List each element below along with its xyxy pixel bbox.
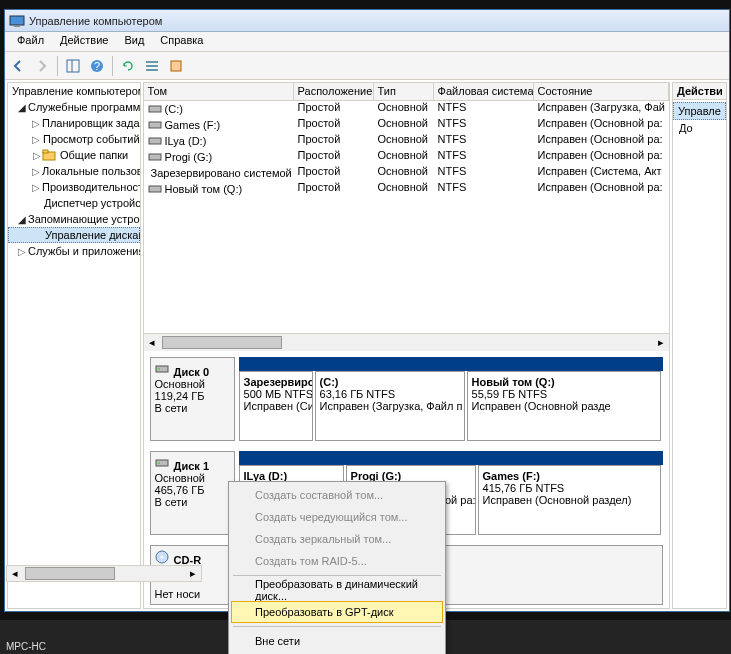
volume-row[interactable]: ILya (D:)ПростойОсновнойNTFSИсправен (Ос… xyxy=(144,133,669,149)
separator xyxy=(233,626,441,627)
taskbar-app[interactable]: MPC-HC xyxy=(0,639,52,654)
partition[interactable]: Games (F:)415,76 ГБ NTFSИсправен (Основн… xyxy=(478,465,661,535)
volume-list-headers: Том Расположение Тип Файловая система Со… xyxy=(144,83,669,101)
expand-icon[interactable]: ▷ xyxy=(32,182,40,193)
svg-rect-8 xyxy=(146,69,158,71)
cm-convert-dynamic[interactable]: Преобразовать в динамический диск... xyxy=(231,579,443,601)
tree-device-manager[interactable]: Диспетчер устройств xyxy=(8,195,140,211)
col-filesystem[interactable]: Файловая система xyxy=(434,83,534,100)
shared-folders-icon xyxy=(42,148,58,162)
svg-point-39 xyxy=(158,462,160,464)
expand-icon[interactable]: ▷ xyxy=(32,150,42,161)
svg-rect-9 xyxy=(171,61,181,71)
collapse-icon[interactable]: ◢ xyxy=(18,102,26,113)
volume-row[interactable]: Games (F:)ПростойОсновнойNTFSИсправен (О… xyxy=(144,117,669,133)
svg-rect-32 xyxy=(149,138,161,144)
svg-rect-2 xyxy=(67,60,79,72)
titlebar: Управление компьютером xyxy=(5,10,729,32)
cm-offline[interactable]: Вне сети xyxy=(231,630,443,652)
actions-more[interactable]: До xyxy=(673,120,726,136)
separator xyxy=(112,56,113,76)
svg-rect-1 xyxy=(14,25,20,27)
expand-icon[interactable]: ▷ xyxy=(18,246,26,257)
menu-action[interactable]: Действие xyxy=(52,32,116,51)
disk-icon xyxy=(155,362,171,376)
tree-disk-management[interactable]: Управление дисками xyxy=(8,227,140,243)
disk-header[interactable]: Диск 1 Основной 465,76 ГБ В сети xyxy=(150,451,235,535)
tree-system-tools[interactable]: ◢ Служебные программы xyxy=(8,99,140,115)
disk-bar xyxy=(239,451,663,465)
svg-rect-38 xyxy=(156,460,168,466)
svg-rect-6 xyxy=(146,61,158,63)
menu-file[interactable]: Файл xyxy=(9,32,52,51)
actions-panel: Действи Управле До xyxy=(672,82,727,609)
volume-row[interactable]: Новый том (Q:)ПростойОсновнойNTFSИсправе… xyxy=(144,181,669,197)
menu-help[interactable]: Справка xyxy=(152,32,211,51)
tree-performance[interactable]: ▷ Производительность xyxy=(8,179,140,195)
disk-icon xyxy=(155,456,171,470)
disk-body: Зарезервиро500 МБ NTFSИсправен (Си (C:)6… xyxy=(239,357,663,441)
volume-list[interactable]: (C:)ПростойОсновнойNTFSИсправен (Загрузк… xyxy=(144,101,669,333)
svg-rect-7 xyxy=(146,65,158,67)
partition[interactable]: (C:)63,16 ГБ NTFSИсправен (Загрузка, Фай… xyxy=(315,371,465,441)
svg-rect-17 xyxy=(43,150,48,153)
svg-rect-31 xyxy=(149,122,161,128)
cdrom-icon xyxy=(155,550,171,564)
menu-view[interactable]: Вид xyxy=(116,32,152,51)
scroll-thumb[interactable] xyxy=(162,336,282,349)
expand-icon[interactable]: ▷ xyxy=(32,166,40,177)
horizontal-scrollbar[interactable]: ◂ ▸ xyxy=(144,333,669,351)
refresh-button[interactable] xyxy=(117,55,139,77)
svg-rect-30 xyxy=(149,106,161,112)
svg-rect-36 xyxy=(156,366,168,372)
menubar: Файл Действие Вид Справка xyxy=(5,32,729,52)
actions-selection[interactable]: Управле xyxy=(673,102,726,120)
volume-row[interactable]: Зарезервировано системойПростойОсновнойN… xyxy=(144,165,669,181)
tree-local-users[interactable]: ▷ Локальные пользовате xyxy=(8,163,140,179)
tree-event-viewer[interactable]: ▷ Просмотр событий xyxy=(8,131,140,147)
help-button[interactable]: ? xyxy=(86,55,108,77)
expand-icon[interactable]: ▷ xyxy=(32,134,40,145)
tree-horizontal-scrollbar[interactable]: ◂ ▸ xyxy=(6,565,202,582)
disk-header[interactable]: Диск 0 Основной 119,24 ГБ В сети xyxy=(150,357,235,441)
tree-storage[interactable]: ◢ Запоминающие устройст xyxy=(8,211,140,227)
col-type[interactable]: Тип xyxy=(374,83,434,100)
svg-point-37 xyxy=(158,368,160,370)
scroll-thumb[interactable] xyxy=(25,567,115,580)
tree-task-scheduler[interactable]: ▷ Планировщик заданий xyxy=(8,115,140,131)
volume-row[interactable]: (C:)ПростойОсновнойNTFSИсправен (Загрузк… xyxy=(144,101,669,117)
tree-shared-folders[interactable]: ▷ Общие папки xyxy=(8,147,140,163)
window-title: Управление компьютером xyxy=(29,15,162,27)
svg-rect-35 xyxy=(149,186,161,192)
properties-button[interactable] xyxy=(165,55,187,77)
disk-bar xyxy=(239,357,663,371)
tree-root[interactable]: Управление компьютером (л xyxy=(8,83,140,99)
partition[interactable]: Зарезервиро500 МБ NTFSИсправен (Си xyxy=(239,371,313,441)
list-button[interactable] xyxy=(141,55,163,77)
show-hide-tree-button[interactable] xyxy=(62,55,84,77)
partition[interactable]: Новый том (Q:)55,59 ГБ NTFSИсправен (Осн… xyxy=(467,371,661,441)
col-volume[interactable]: Том xyxy=(144,83,294,100)
actions-header: Действи xyxy=(673,83,726,100)
collapse-icon[interactable]: ◢ xyxy=(18,214,26,225)
cm-new-striped[interactable]: Создать чередующийся том... xyxy=(231,506,443,528)
svg-rect-0 xyxy=(10,16,24,25)
svg-point-41 xyxy=(160,556,163,559)
tree-services-apps[interactable]: ▷ Службы и приложения xyxy=(8,243,140,259)
cm-new-spanned[interactable]: Создать составной том... xyxy=(231,484,443,506)
separator xyxy=(57,56,58,76)
svg-rect-33 xyxy=(149,154,161,160)
events-icon xyxy=(40,132,41,146)
separator xyxy=(233,575,441,576)
col-status[interactable]: Состояние xyxy=(534,83,669,100)
back-button[interactable] xyxy=(7,55,29,77)
expand-icon[interactable]: ▷ xyxy=(32,118,40,129)
navigation-tree[interactable]: Управление компьютером (л ◢ Служебные пр… xyxy=(7,82,141,609)
cm-convert-gpt[interactable]: Преобразовать в GPT-диск xyxy=(231,601,443,623)
cm-new-raid5[interactable]: Создать том RAID-5... xyxy=(231,550,443,572)
forward-button[interactable] xyxy=(31,55,53,77)
cm-new-mirror[interactable]: Создать зеркальный том... xyxy=(231,528,443,550)
volume-row[interactable]: Progi (G:)ПростойОсновнойNTFSИсправен (О… xyxy=(144,149,669,165)
disk-context-menu: Создать составной том... Создать чередую… xyxy=(228,481,446,654)
col-layout[interactable]: Расположение xyxy=(294,83,374,100)
